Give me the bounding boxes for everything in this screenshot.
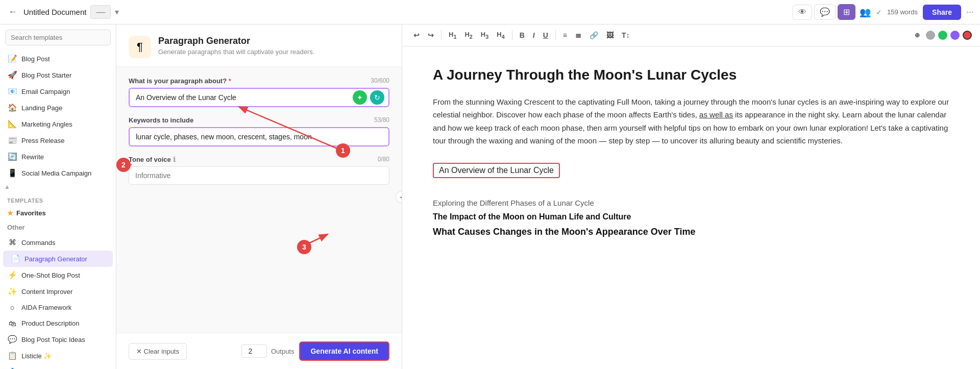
sidebar-item-label: Email Campaign	[21, 88, 70, 95]
underline-button[interactable]: U	[540, 29, 551, 41]
sidebar-item-email-campaign[interactable]: 📧 Email Campaign	[0, 83, 116, 100]
panel-header: ¶ Paragraph Generator Generate paragraph…	[116, 24, 402, 67]
color-dot-1[interactable]	[926, 31, 935, 40]
dash-button[interactable]: —	[90, 5, 111, 19]
format-button[interactable]: T↕	[619, 29, 633, 41]
marketing-angles-icon: 📐	[7, 119, 17, 129]
view-eye-button[interactable]: 👁	[793, 5, 812, 20]
field1-input-wrapper: ✦ ↻	[129, 88, 389, 107]
ordered-list-button[interactable]: ≡	[560, 29, 570, 41]
sidebar-item-pas[interactable]: 🔷 PAS Framework	[0, 364, 116, 369]
field2-input[interactable]	[129, 127, 389, 146]
more-options-button[interactable]: ···	[966, 7, 974, 17]
rewrite-icon: 🔄	[7, 152, 17, 161]
sidebar-item-label: Social Media Campaign	[21, 169, 91, 177]
sidebar-item-rewrite[interactable]: 🔄 Rewrite	[0, 149, 116, 165]
toolbar-separator-2	[512, 30, 512, 40]
field1-required: *	[229, 77, 231, 85]
ai-refresh-btn[interactable]: ↻	[370, 90, 384, 105]
sidebar-item-paragraph-generator[interactable]: 📄 Paragraph Generator	[3, 251, 113, 267]
panel-header-text: Paragraph Generator Generate paragraphs …	[158, 36, 314, 56]
h3-button[interactable]: H3	[478, 29, 492, 42]
sidebar-item-blog-topic-ideas[interactable]: 💬 Blog Post Topic Ideas	[0, 331, 116, 348]
main-layout: 📝 Blog Post 🚀 Blog Post Starter 📧 Email …	[0, 24, 980, 369]
view-split-button[interactable]: ⊞	[838, 4, 855, 20]
link-button[interactable]: 🔗	[586, 29, 601, 41]
sidebar-item-blog-post[interactable]: 📝 Blog Post	[0, 51, 116, 67]
search-box[interactable]	[5, 30, 111, 45]
clear-inputs-button[interactable]: ✕ Clear inputs	[129, 343, 187, 360]
templates-section-header: TEMPLATES	[0, 192, 116, 206]
field1-input[interactable]	[129, 88, 389, 107]
outputs-selector: Outputs	[241, 345, 295, 358]
topbar-left: ← Untitled Document — ▾	[6, 5, 789, 19]
sidebar-item-label: Landing Page	[21, 104, 62, 112]
sidebar-item-commands[interactable]: ⌘ Commands	[0, 234, 116, 251]
sidebar-item-label: Listicle ✨	[21, 352, 52, 360]
sidebar-item-marketing-angles[interactable]: 📐 Marketing Angles	[0, 116, 116, 132]
field1-label: What is your paragraph about? * 30/600	[129, 77, 389, 85]
unordered-list-button[interactable]: ≣	[572, 29, 584, 41]
sidebar-item-landing-page[interactable]: 🏠 Landing Page	[0, 100, 116, 116]
back-button[interactable]: ←	[6, 5, 19, 19]
sidebar-item-label: Blog Post Starter	[21, 71, 71, 79]
form-area: What is your paragraph about? * 30/600 ✦…	[116, 67, 402, 195]
blog-topic-ideas-icon: 💬	[7, 335, 17, 344]
aida-icon: ○	[7, 303, 17, 312]
bold-button[interactable]: B	[517, 29, 528, 41]
undo-button[interactable]: ↩	[410, 29, 423, 41]
field3-input[interactable]	[129, 166, 389, 185]
paragraph-generator-icon: 📄	[10, 254, 20, 263]
toolbar-right: ⊕	[912, 30, 972, 41]
toolbar-separator-3	[555, 30, 556, 40]
italic-button[interactable]: I	[530, 29, 538, 41]
editor-toolbar: ↩ ↪ H1 H2 H3 H4 B I U ≡ ≣ 🔗 🖼 T↕ ⊕	[402, 24, 980, 46]
topbar-center: 👁 💬 ⊞	[793, 4, 855, 20]
panel-icon: ¶	[129, 36, 151, 58]
view-chat-button[interactable]: 💬	[814, 4, 836, 20]
title-dropdown-button[interactable]: ▾	[115, 7, 119, 17]
search-input[interactable]	[5, 30, 111, 45]
commands-icon: ⌘	[7, 238, 17, 247]
tone-info-icon: ℹ	[173, 156, 176, 163]
sidebar-item-content-improver[interactable]: ✨ Content Improver	[0, 283, 116, 300]
field1-counter: 30/600	[371, 77, 389, 85]
field2-label: Keywords to include 53/80	[129, 116, 389, 124]
h1-button[interactable]: H1	[446, 29, 459, 42]
redo-button[interactable]: ↪	[425, 29, 437, 41]
sidebar-item-label: Blog Post Topic Ideas	[21, 336, 85, 343]
sidebar-item-blog-post-starter[interactable]: 🚀 Blog Post Starter	[0, 67, 116, 83]
sidebar-item-press-release[interactable]: 📰 Press Release	[0, 132, 116, 149]
topbar: ← Untitled Document — ▾ 👁 💬 ⊞ 👥 ✓ 159 wo…	[0, 0, 980, 24]
sidebar-item-product-description[interactable]: 🛍 Product Description	[0, 315, 116, 331]
ai-generate-btn[interactable]: ✦	[353, 90, 367, 105]
field3-container: Tone of voice ℹ 0/80	[129, 156, 389, 185]
sidebar-item-social-media[interactable]: 📱 Social Media Campaign	[0, 165, 116, 181]
share-button[interactable]: Share	[923, 5, 961, 20]
field2-container: Keywords to include 53/80	[129, 116, 389, 146]
center-panel: ¶ Paragraph Generator Generate paragraph…	[116, 24, 402, 369]
h4-button[interactable]: H4	[494, 29, 507, 42]
color-dot-3[interactable]	[950, 31, 960, 40]
blog-post-starter-icon: 🚀	[7, 70, 17, 80]
favorites-header[interactable]: ★ Favorites	[0, 206, 116, 220]
toolbar-right-btn1[interactable]: ⊕	[912, 30, 923, 41]
editor-panel: ↩ ↪ H1 H2 H3 H4 B I U ≡ ≣ 🔗 🖼 T↕ ⊕	[402, 24, 980, 369]
listicle-icon: 📋	[7, 351, 17, 360]
sidebar-item-label: Blog Post	[21, 55, 50, 63]
color-dot-2[interactable]	[938, 31, 947, 40]
outputs-number-input[interactable]	[241, 345, 267, 358]
color-dot-4[interactable]	[963, 31, 972, 40]
saved-check-icon: ✓	[876, 8, 882, 16]
outputs-label: Outputs	[271, 348, 295, 355]
star-icon: ★	[7, 209, 13, 217]
h2-button[interactable]: H2	[461, 29, 475, 42]
image-button[interactable]: 🖼	[603, 29, 617, 41]
sidebar-item-label: Marketing Angles	[21, 120, 72, 128]
generate-ai-content-button[interactable]: Generate AI content	[299, 341, 389, 361]
editor-content[interactable]: A Journey Through the Moon's Lunar Cycle…	[402, 46, 980, 369]
sidebar-item-listicle[interactable]: 📋 Listicle ✨	[0, 348, 116, 364]
sidebar-item-one-shot[interactable]: ⚡ One-Shot Blog Post	[0, 267, 116, 283]
sidebar-item-aida[interactable]: ○ AIDA Framework	[0, 300, 116, 315]
panel-subtitle: Generate paragraphs that will captivate …	[158, 48, 314, 56]
